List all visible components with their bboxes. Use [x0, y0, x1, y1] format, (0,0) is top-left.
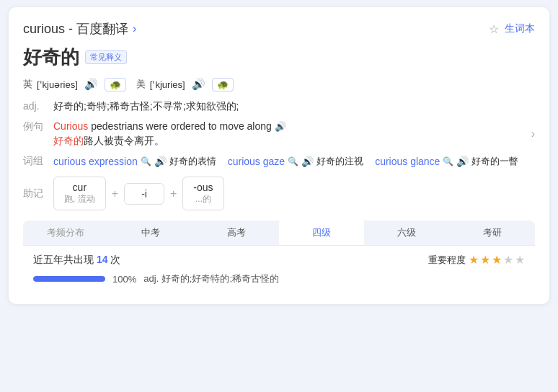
dictionary-card: curious - 百度翻译 › ☆ 生词本 好奇的 常见释义 英 [ˈkjuə… [9, 7, 549, 304]
phrase-search-icon-0[interactable]: 🔍 [141, 156, 151, 166]
mnemonic-bottom-2: ...的 [193, 193, 213, 205]
mnemonic-parts: cur 跑, 流动 + -i + -ous ...的 [53, 177, 224, 210]
phonetic-us: 美 [ˈkjuries] 🔊 🐢 [136, 77, 234, 92]
header-actions: ☆ 生词本 [489, 22, 535, 36]
phonetic-en: 英 [ˈkjuəries] 🔊 🐢 [23, 77, 126, 92]
mnemonic-plus-1: + [170, 187, 177, 200]
speaker-us-slow-button[interactable]: 🐢 [212, 78, 234, 92]
phrase-item-2: curious glance 🔍 🔊 好奇的一瞥 [375, 155, 518, 168]
freq-count-unit: 次 [110, 254, 120, 265]
main-word-section: 好奇的 常见释义 [23, 45, 535, 70]
example-en-rest: pedestrians were ordered to move along [91, 120, 272, 132]
mnemonic-top-2: -ous [193, 182, 213, 193]
freq-tab-gaokao[interactable]: 高考 [194, 220, 279, 245]
star-button[interactable]: ☆ [489, 22, 499, 36]
example-zh-rest: 路人被责令离开。 [84, 135, 164, 146]
slow-icon: 🐢 [110, 79, 121, 90]
phrase-speaker-0[interactable]: 🔊 [154, 156, 167, 167]
speaker-en-slow-button[interactable]: 🐢 [105, 78, 126, 92]
example-speaker-button[interactable]: 🔊 [275, 121, 286, 132]
mnemonic-section: 助记 cur 跑, 流动 + -i + -ous ...的 [23, 177, 535, 210]
mnemonic-top-1: -i [135, 188, 154, 200]
star-4: ★ [503, 253, 513, 267]
star-1: ★ [469, 253, 479, 267]
example-label: 例句 [23, 120, 45, 148]
freq-count-num: 14 [97, 254, 108, 265]
phrase-search-icon-2[interactable]: 🔍 [443, 156, 453, 166]
mnemonic-box-0: cur 跑, 流动 [53, 177, 106, 210]
phrase-speaker-2[interactable]: 🔊 [456, 156, 469, 167]
freq-tab-zhongkao[interactable]: 中考 [108, 220, 193, 245]
phonetic-en-ipa: [ˈkjuəries] [37, 79, 78, 90]
mnemonic-top-0: cur [64, 182, 95, 193]
example-row: 例句 Curious pedestrians were ordered to m… [23, 120, 535, 148]
right-arrow-icon[interactable]: › [531, 128, 535, 141]
freq-tab-sijii[interactable]: 四级 [279, 220, 364, 245]
definition-row: adj. 好奇的;奇特;稀奇古怪;不寻常;求知欲强的; [23, 100, 535, 113]
phrase-item-1: curious gaze 🔍 🔊 好奇的注视 [228, 155, 363, 168]
phrase-zh-0: 好奇的表情 [169, 155, 216, 168]
freq-bar-label: 100% [112, 274, 136, 285]
importance-label: 重要程度 [428, 254, 466, 267]
phrase-row: 词组 curious expression 🔍 🔊 好奇的表情 curious … [23, 155, 535, 168]
phonetic-us-ipa: [ˈkjuries] [150, 79, 185, 90]
title-link[interactable]: curious - 百度翻译 › [23, 20, 136, 37]
star-5: ★ [515, 253, 525, 267]
example-en: Curious pedestrians were ordered to move… [53, 120, 535, 132]
mnemonic-box-1: -i [124, 183, 164, 205]
phrase-en-1[interactable]: curious gaze [228, 156, 285, 167]
freq-tabs: 考频分布 中考 高考 四级 六级 考研 [23, 220, 535, 246]
phonetic-us-label: 美 [136, 78, 146, 91]
phrase-zh-1: 好奇的注视 [316, 155, 363, 168]
phrase-item-0: curious expression 🔍 🔊 好奇的表情 [53, 155, 216, 168]
freq-stats-row: 近五年共出现 14 次 重要程度 ★ ★ ★ ★ ★ [33, 253, 525, 267]
speaker-en-button[interactable]: 🔊 [82, 77, 100, 92]
phrase-speaker-1[interactable]: 🔊 [301, 156, 314, 167]
phonetic-en-label: 英 [23, 78, 32, 91]
chevron-icon: › [133, 22, 136, 35]
freq-count: 近五年共出现 14 次 [33, 254, 120, 267]
freq-def-text: adj. 好奇的;好奇特的;稀奇古怪的 [143, 272, 279, 285]
freq-bar [33, 276, 105, 282]
importance: 重要程度 ★ ★ ★ ★ ★ [428, 253, 525, 267]
pos-label: adj. [23, 100, 45, 113]
header: curious - 百度翻译 › ☆ 生词本 [23, 20, 535, 37]
frequency-section: 考频分布 中考 高考 四级 六级 考研 近五年共出现 14 次 重要程度 ★ ★… [23, 220, 535, 294]
star-3: ★ [492, 253, 502, 267]
mnemonic-plus-0: + [112, 187, 118, 200]
mnemonic-bottom-0: 跑, 流动 [64, 193, 95, 205]
example-section: 例句 Curious pedestrians were ordered to m… [23, 120, 535, 148]
freq-bar-fill [33, 276, 105, 282]
phrase-label: 词组 [23, 155, 45, 168]
example-zh: 好奇的路人被责令离开。 [53, 135, 535, 148]
mnemonic-box-2: -ous ...的 [182, 177, 223, 210]
freq-content: 近五年共出现 14 次 重要程度 ★ ★ ★ ★ ★ 100 [23, 246, 535, 294]
page-title: curious - 百度翻译 [23, 20, 128, 37]
phonetic-row: 英 [ˈkjuəries] 🔊 🐢 美 [ˈkjuries] 🔊 🐢 [23, 77, 535, 92]
example-content: Curious pedestrians were ordered to move… [53, 120, 535, 148]
freq-tab-kaoyan[interactable]: 考研 [450, 220, 535, 245]
freq-tab-liuji[interactable]: 六级 [364, 220, 449, 245]
phrase-zh-2: 好奇的一瞥 [471, 155, 518, 168]
stars: ★ ★ ★ ★ ★ [469, 253, 525, 267]
phrases-section: 词组 curious expression 🔍 🔊 好奇的表情 curious … [23, 155, 535, 168]
vocab-button[interactable]: 生词本 [505, 22, 535, 35]
definitions-section: adj. 好奇的;奇特;稀奇古怪;不寻常;求知欲强的; [23, 100, 535, 113]
phrase-en-0[interactable]: curious expression [53, 156, 138, 167]
phrase-en-2[interactable]: curious glance [375, 156, 440, 167]
mnemonic-label: 助记 [23, 187, 45, 200]
phrase-search-icon-1[interactable]: 🔍 [288, 156, 298, 166]
example-en-highlight: Curious [53, 120, 88, 132]
phrase-items: curious expression 🔍 🔊 好奇的表情 curious gaz… [53, 155, 518, 168]
common-tag: 常见释义 [85, 50, 127, 64]
star-2: ★ [480, 253, 490, 267]
freq-label-tab: 考频分布 [23, 220, 108, 245]
freq-bar-row: 100% adj. 好奇的;好奇特的;稀奇古怪的 [33, 272, 525, 285]
def-text: 好奇的;奇特;稀奇古怪;不寻常;求知欲强的; [53, 100, 239, 113]
example-zh-highlight: 好奇的 [53, 135, 84, 146]
freq-count-prefix: 近五年共出现 [33, 254, 94, 265]
speaker-us-button[interactable]: 🔊 [190, 77, 208, 92]
slow-us-icon: 🐢 [217, 79, 229, 90]
main-word: 好奇的 [23, 45, 79, 70]
